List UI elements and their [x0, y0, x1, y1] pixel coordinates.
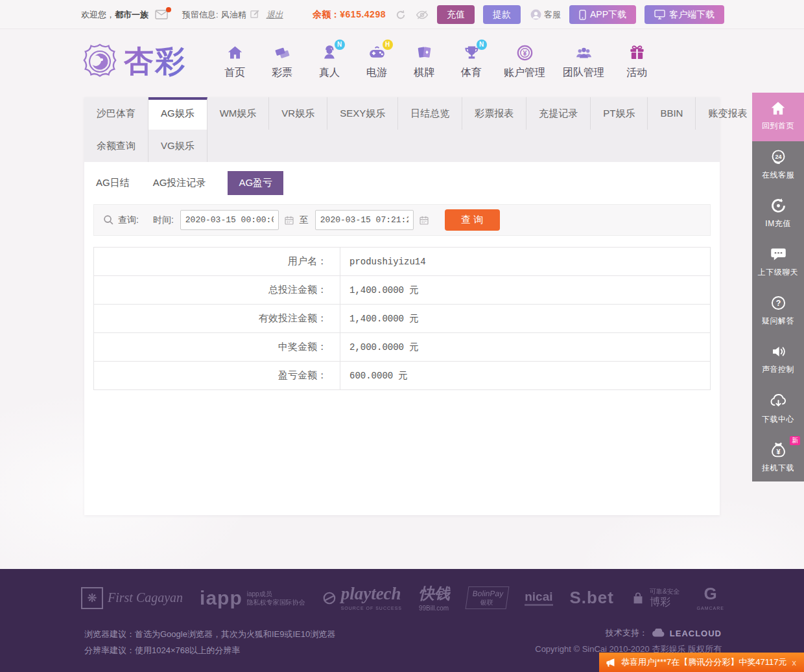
nav-item-home[interactable]: 首页 — [220, 44, 250, 80]
svg-text:¥: ¥ — [776, 448, 780, 456]
edit-icon[interactable] — [250, 9, 260, 21]
tab-item[interactable]: 日结总览 — [398, 97, 462, 130]
nav-item-promotions[interactable]: 活动 — [622, 44, 652, 80]
megaphone-icon — [606, 658, 617, 667]
time-label: 时间: — [153, 214, 174, 226]
question-icon: ? — [770, 294, 787, 314]
row-value: 2,000.0000 元 — [340, 333, 418, 361]
username: 都市一族 — [115, 10, 148, 19]
tech-support-name: LEACLOUD — [670, 629, 722, 638]
new-badge: 新 — [790, 436, 800, 445]
recharge-button[interactable]: 充值 — [437, 5, 475, 24]
gamepad-icon: H — [368, 44, 386, 64]
sidebar-item-faq[interactable]: ? 疑问解答 — [752, 287, 804, 336]
site-logo[interactable]: 杏彩 — [81, 41, 186, 82]
badge-h: H — [383, 40, 393, 50]
logout-link[interactable]: 退出 — [266, 9, 283, 21]
welcome-text: 欢迎您，都市一族 — [81, 9, 148, 21]
badge-n: N — [477, 40, 487, 50]
speaker-icon — [770, 343, 787, 362]
home-icon — [226, 44, 244, 64]
live-dealer-icon: N — [321, 44, 338, 64]
sidebar-item-online-service[interactable]: 24 在线客服 — [752, 141, 804, 190]
resolution-tip: 分辨率建议：使用1024×768以上的分辨率 — [84, 642, 335, 658]
tab-item[interactable]: SEXY娱乐 — [327, 97, 398, 130]
withdraw-button[interactable]: 提款 — [483, 5, 521, 24]
tab-item[interactable]: 账变报表 — [696, 97, 760, 130]
subtab-ag-bets[interactable]: AG投注记录 — [152, 171, 207, 195]
row-label: 盈亏金额： — [94, 362, 340, 389]
reserved-info-value: 风油精 — [221, 9, 246, 21]
tech-support-label: 技术支持： — [606, 627, 648, 639]
tab-item[interactable]: 充提记录 — [526, 97, 591, 130]
mail-icon[interactable] — [155, 10, 168, 19]
im-recharge-icon — [770, 197, 787, 216]
app-download-button[interactable]: APP下载 — [569, 5, 636, 24]
logo-flower-icon — [81, 43, 119, 80]
nav-item-lottery[interactable]: 彩票 — [267, 44, 297, 80]
tab-item[interactable]: BBIN — [648, 97, 696, 130]
tab-item[interactable]: 余额查询 — [84, 130, 148, 162]
sidebar-item-chat[interactable]: 上下级聊天 — [752, 238, 804, 287]
win-notification-bar: 恭喜用户j***7在【腾讯分分彩】中奖47117元 x — [599, 653, 804, 672]
table-row: 中奖金额： 2,000.0000 元 — [94, 333, 710, 362]
tab-item[interactable]: WM娱乐 — [207, 97, 270, 130]
balance: 余额：¥615.4298 — [313, 9, 386, 21]
sidebar-item-sound[interactable]: 声音控制 — [752, 336, 804, 384]
search-icon — [103, 214, 114, 226]
page: 欢迎您，都市一族 预留信息: 风油精 退出 余额：¥615.4298 充值 提款 — [0, 0, 804, 672]
datetime-from-input[interactable] — [180, 210, 279, 230]
calendar-icon[interactable] — [284, 215, 294, 226]
row-label: 用户名： — [94, 248, 340, 275]
close-icon[interactable]: x — [791, 658, 798, 667]
sidebar-item-download-center[interactable]: 下载中心 — [752, 384, 804, 433]
mail-notification-dot — [166, 7, 171, 12]
tab-item[interactable]: 彩票报表 — [462, 97, 526, 130]
logo-nicai: nicai — [525, 590, 552, 606]
home-icon — [770, 100, 786, 119]
notification-text: 恭喜用户j***7在【腾讯分分彩】中奖47117元 — [621, 656, 791, 668]
calendar-icon[interactable] — [419, 215, 429, 226]
phone-icon — [579, 10, 586, 20]
cards-icon — [416, 44, 433, 64]
footer-support: 技术支持： LEACLOUD Copyright © SinCai 2010-2… — [535, 627, 722, 655]
query-submit-button[interactable]: 查 询 — [445, 209, 500, 231]
top-bar: 欢迎您，都市一族 预留信息: 风油精 退出 余额：¥615.4298 充值 提款 — [0, 0, 804, 29]
sidebar-item-hangup-download[interactable]: 新 ¥ 挂机下载 — [752, 433, 804, 481]
tab-content: AG日结 AG投注记录 AG盈亏 查询: 时间: 至 查 询 — [84, 162, 720, 390]
logo-sbet: S.bet — [569, 588, 614, 608]
tab-item[interactable]: 沙巴体育 — [84, 97, 148, 130]
refresh-balance-icon[interactable] — [395, 9, 407, 21]
nav-item-sports[interactable]: N 体育 — [456, 44, 486, 80]
row-value: 1,400.0000 元 — [340, 276, 418, 304]
tab-item-active[interactable]: AG娱乐 — [148, 97, 207, 130]
row-value: 600.0000 元 — [340, 362, 408, 389]
datetime-to-input[interactable] — [315, 210, 414, 230]
hide-balance-icon[interactable] — [416, 10, 429, 20]
tab-item[interactable]: VG娱乐 — [148, 130, 207, 162]
nav-item-chess[interactable]: 棋牌 — [409, 44, 439, 80]
subtab-ag-profit-active[interactable]: AG盈亏 — [228, 171, 283, 195]
nav-item-team[interactable]: 团队管理 — [563, 44, 604, 80]
nav-item-live-casino[interactable]: N 真人 — [314, 44, 344, 80]
sidebar-item-back-home[interactable]: 回到首页 — [752, 93, 804, 141]
tab-item[interactable]: PT娱乐 — [591, 97, 648, 130]
tab-item[interactable]: VR娱乐 — [269, 97, 327, 130]
monitor-icon — [654, 10, 665, 19]
quick-sidebar: 回到首页 24 在线客服 IM充值 上下级聊天 ? 疑问解答 — [752, 93, 804, 481]
footer-tips: 浏览器建议：首选为Google浏览器，其次为火狐和IE9或IE10浏览器 分辨率… — [84, 626, 335, 658]
svg-text:24: 24 — [775, 154, 781, 160]
sidebar-item-im-recharge[interactable]: IM充值 — [752, 190, 804, 238]
customer-service-link[interactable]: 客服 — [530, 8, 561, 21]
customer-service-label: 客服 — [544, 9, 561, 21]
query-bar: 查询: 时间: 至 查 询 — [93, 204, 711, 236]
nav-item-account[interactable]: ¥ 账户管理 — [504, 44, 545, 80]
row-label: 中奖金额： — [94, 333, 340, 361]
subtab-ag-daily[interactable]: AG日结 — [95, 171, 131, 195]
profit-report-table: 用户名： produshiyizu14 总投注金额： 1,400.0000 元 … — [93, 247, 711, 390]
main-panel: 沙巴体育 AG娱乐 WM娱乐 VR娱乐 SEXY娱乐 日结总览 彩票报表 充提记… — [84, 97, 720, 515]
balance-value: ¥615.4298 — [340, 9, 386, 19]
table-row: 用户名： produshiyizu14 — [94, 248, 710, 276]
nav-item-egames[interactable]: H 电游 — [362, 44, 392, 80]
client-download-button[interactable]: 客户端下载 — [644, 5, 724, 24]
